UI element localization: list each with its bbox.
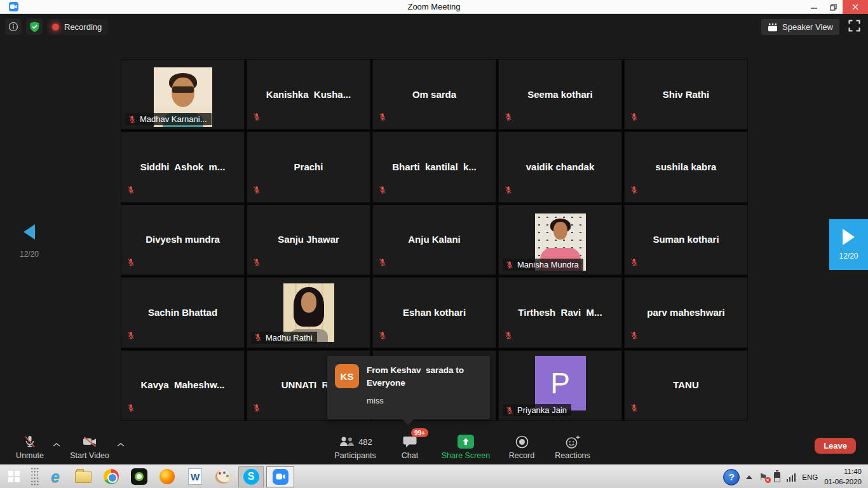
internet-explorer-icon[interactable]: e [44,466,66,487]
participant-name: Eshan kothari [373,307,496,318]
help-icon[interactable]: ? [723,469,740,485]
muted-mic-icon [630,112,639,124]
participant-name: Siddhi Ashok m... [121,161,244,172]
reactions-button[interactable]: Reactions [546,433,599,460]
muted-mic-icon [252,403,261,415]
participant-name: parv maheshwari [625,307,747,318]
windows-taskbar: e W S ? ⚑✕ ENG 11:40 01-06-2020 [0,464,868,488]
muted-mic-icon [254,333,262,342]
encryption-shield-icon[interactable] [26,18,43,35]
zoom-taskbar-item[interactable] [266,466,294,487]
participant-tile[interactable]: parv maheshwari [624,277,748,348]
participant-name: Seema kothari [499,88,621,99]
participant-tile[interactable]: PPriyanka Jain [498,350,622,421]
participant-tile[interactable]: Seema kothari [498,59,622,130]
participant-name-label: Manisha Mundra [503,259,583,271]
muted-mic-icon [378,186,387,197]
firefox-icon[interactable] [156,466,178,487]
window-titlebar: Zoom Meeting [0,0,868,14]
meeting-toolbar: Unmute Start Video 482 Participants [0,430,868,464]
participant-tile[interactable]: Suman kothari [624,205,748,275]
participants-label: Participants [334,451,376,460]
meeting-info-icon[interactable] [5,18,22,35]
chat-button[interactable]: 99+ Chat [391,433,428,460]
participant-tile[interactable]: Prachi [247,132,370,202]
network-signal-icon[interactable] [787,472,796,482]
participant-tile[interactable]: sushila kabra [624,132,748,202]
participants-button[interactable]: 482 Participants [325,433,385,460]
participant-name: Suman kothari [625,234,747,245]
participant-tile[interactable]: Anju Kalani [372,205,496,275]
file-explorer-icon[interactable] [72,466,94,487]
participant-tile[interactable]: vaidik chandak [498,132,622,202]
participant-name-label: Madhu Rathi [251,332,317,344]
share-screen-button[interactable]: Share Screen [436,433,496,460]
participant-tile[interactable]: Madhav Karnani... [121,59,245,130]
video-options-caret[interactable] [116,438,125,450]
record-button[interactable]: Record [501,433,542,460]
chat-popup-title: From Keshav sarada to Everyone [367,364,482,389]
participant-tile[interactable]: Manisha Mundra [498,205,622,275]
start-video-label: Start Video [70,451,109,460]
participant-name: Tirthesh Ravi M... [499,307,621,318]
webcam-app-icon[interactable] [128,466,150,487]
fullscreen-icon[interactable] [848,20,860,34]
paint-icon[interactable] [212,466,234,487]
participant-tile[interactable]: Om sarda [372,59,496,130]
restore-button[interactable] [824,0,843,14]
participant-tile[interactable]: Madhu Rathi [247,277,370,348]
chat-sender-avatar: KS [335,364,359,388]
taskbar-clock[interactable]: 11:40 01-06-2020 [824,467,864,487]
participant-name-label: Madhav Karnani... [125,113,212,125]
word-icon[interactable]: W [184,466,206,487]
muted-mic-icon [630,258,639,269]
speaker-view-label: Speaker View [782,22,833,32]
battery-icon[interactable] [774,472,780,482]
participant-tile[interactable]: Shiv Rathi [624,59,748,130]
page-indicator-left: 12/20 [10,250,48,259]
participant-tile[interactable]: Divyesh mundra [121,205,245,275]
record-label: Record [509,451,534,460]
participant-tile[interactable]: Kavya Maheshw... [121,350,245,421]
participant-tile[interactable]: Sanju Jhawar [247,205,370,275]
participant-tile[interactable]: Bharti kantilal k... [372,132,496,202]
skype-taskbar-item[interactable]: S [238,466,264,487]
recording-dot-icon [52,24,59,30]
start-button[interactable] [3,466,25,487]
unmute-label: Unmute [16,451,44,460]
previous-page-arrow-icon[interactable] [24,224,35,240]
start-video-button[interactable]: Start Video [66,433,113,460]
participants-people-icon [338,435,355,448]
participant-tile[interactable]: Eshan kothari [372,277,496,348]
participant-tile[interactable]: Sachin Bhattad [121,277,245,348]
participant-tile[interactable]: Kanishka Kusha... [247,59,370,130]
muted-mic-icon [378,112,387,124]
taskbar-grip[interactable] [31,467,39,486]
reactions-smiley-icon [565,435,581,449]
leave-button[interactable]: Leave [815,438,856,454]
minimize-button[interactable] [804,0,824,14]
next-page-arrow-icon[interactable] [843,229,855,245]
speaker-view-button[interactable]: Speaker View [761,19,839,35]
participant-name: Bharti kantilal k... [373,161,496,172]
participant-tile[interactable]: Tirthesh Ravi M... [498,277,622,348]
muted-mic-icon [630,331,639,342]
chat-notification-popup[interactable]: KS From Keshav sarada to Everyone miss [327,356,490,419]
participant-name: TANU [625,379,747,390]
hidden-icons-caret[interactable] [746,475,752,479]
participant-tile[interactable]: TANU [624,350,748,421]
chat-label: Chat [402,451,418,460]
unmute-button[interactable]: Unmute [9,433,51,460]
audio-options-caret[interactable] [52,438,61,450]
participant-tile[interactable]: Siddhi Ashok m... [121,132,245,202]
participant-name: Prachi [247,161,370,172]
language-indicator[interactable]: ENG [802,473,818,481]
chrome-icon[interactable] [100,466,122,487]
system-tray: ? ⚑✕ ENG 11:40 01-06-2020 [723,465,864,488]
previous-page-control[interactable]: 12/20 [10,224,48,259]
muted-mic-icon [505,261,514,269]
action-center-flag-icon[interactable]: ⚑✕ [759,472,767,482]
close-button[interactable] [843,0,868,14]
share-screen-label: Share Screen [442,451,490,460]
next-page-control[interactable]: 12/20 [829,219,868,270]
